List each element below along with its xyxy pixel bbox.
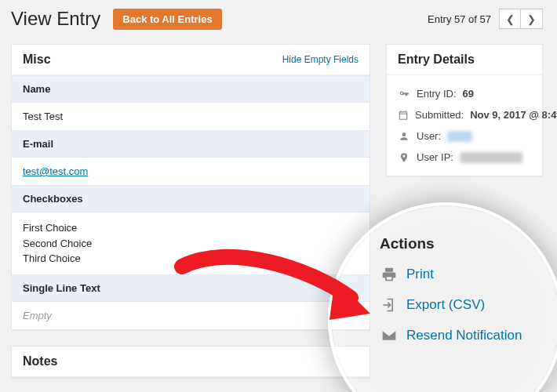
actions-title: Actions — [378, 227, 557, 259]
user-label: User: — [417, 130, 441, 142]
field-value-email: test@test.com — [12, 158, 370, 185]
action-resend-notification[interactable]: Resend Notification — [378, 320, 557, 350]
action-resend-label: Resend Notification — [406, 328, 522, 343]
back-to-entries-button[interactable]: Back to All Entries — [113, 9, 221, 30]
prev-entry-button[interactable]: ❮ — [499, 9, 521, 29]
submitted-value: Nov 9, 2017 @ 8:4 — [470, 109, 556, 121]
pagination-text: Entry 57 of 57 — [428, 13, 491, 25]
action-export-label: Export (CSV) — [406, 297, 485, 313]
export-icon — [381, 297, 397, 313]
location-icon — [398, 152, 410, 163]
envelope-icon — [381, 328, 397, 343]
actions-panel: Actions Print Export (CSV) Resend Notifi… — [378, 227, 557, 350]
checkbox-choice: First Choice — [23, 220, 359, 236]
field-value-single-line: Empty — [12, 302, 370, 329]
user-ip-value-redacted — [460, 152, 522, 163]
user-icon — [398, 131, 410, 142]
key-icon — [398, 89, 410, 100]
checkbox-choice: Third Choice — [23, 251, 359, 267]
checkbox-choice: Second Choice — [23, 236, 359, 252]
top-bar: View Entry Back to All Entries Entry 57 … — [0, 0, 557, 44]
notes-panel: Notes — [11, 346, 370, 378]
entry-fields-panel: Misc Hide Empty Fields Name Test Test E-… — [11, 44, 370, 330]
action-print[interactable]: Print — [378, 259, 557, 289]
submitted-label: Submitted: — [415, 109, 464, 121]
field-value-name: Test Test — [12, 103, 370, 130]
print-icon — [381, 267, 397, 282]
field-label-checkboxes: Checkboxes — [12, 185, 370, 212]
entry-id-label: Entry ID: — [417, 88, 457, 100]
email-link[interactable]: test@test.com — [23, 165, 88, 177]
panel-title-misc: Misc — [23, 53, 51, 67]
action-print-label: Print — [406, 267, 434, 282]
user-ip-label: User IP: — [417, 151, 453, 163]
field-label-single-line: Single Line Text — [12, 274, 370, 302]
calendar-icon — [398, 110, 409, 121]
user-value-redacted — [447, 131, 472, 142]
field-value-checkboxes: First Choice Second Choice Third Choice — [12, 212, 370, 274]
pagination-nav: ❮ ❯ — [499, 9, 543, 29]
hide-empty-fields-link[interactable]: Hide Empty Fields — [282, 54, 359, 65]
entry-id-value: 69 — [463, 88, 474, 100]
entry-details-panel: Entry Details Entry ID: 69 Submitted: No… — [386, 44, 543, 176]
panel-title-entry-details: Entry Details — [398, 53, 475, 67]
action-export-csv[interactable]: Export (CSV) — [378, 289, 557, 320]
page-title: View Entry — [11, 8, 100, 30]
field-label-email: E-mail — [12, 130, 370, 158]
next-entry-button[interactable]: ❯ — [521, 9, 543, 29]
field-label-name: Name — [12, 75, 370, 103]
panel-title-notes: Notes — [23, 354, 57, 368]
